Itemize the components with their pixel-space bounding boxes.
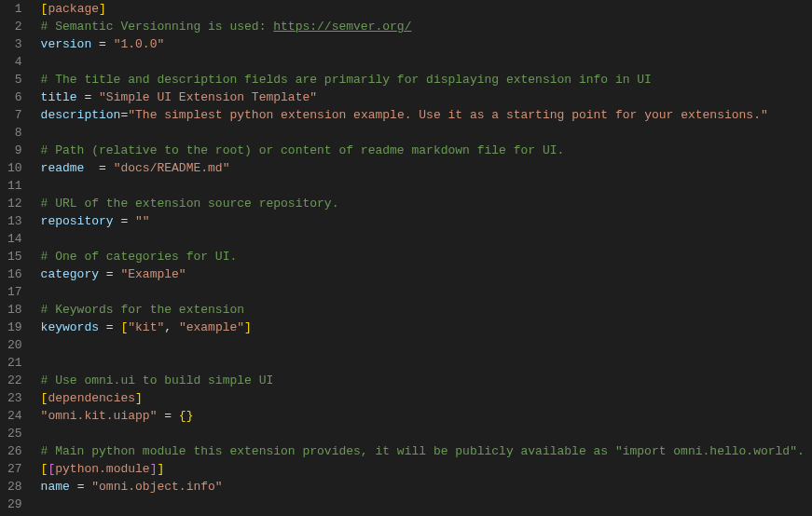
token-op: = xyxy=(157,409,178,423)
code-line[interactable]: description="The simplest python extensi… xyxy=(41,106,812,124)
code-line[interactable]: "omni.kit.uiapp" = {} xyxy=(41,407,812,425)
token-string: "Simple UI Extension Template" xyxy=(99,90,317,104)
line-number: 12 xyxy=(7,195,22,212)
line-number: 21 xyxy=(7,354,22,372)
code-line[interactable]: # Use omni.ui to build simple UI xyxy=(41,372,812,389)
code-line[interactable] xyxy=(41,177,812,195)
token-comment: # One of categories for UI. xyxy=(41,250,238,264)
token-string: "docs/README.md" xyxy=(114,161,230,175)
line-number: 17 xyxy=(7,283,22,301)
token-key: keywords xyxy=(41,320,99,334)
token-string: "omni.kit.uiapp" xyxy=(41,409,158,423)
token-key: version xyxy=(41,37,92,51)
line-number: 8 xyxy=(7,124,22,142)
code-line[interactable]: repository = "" xyxy=(41,212,812,230)
line-number: 7 xyxy=(7,106,22,124)
code-line[interactable]: [package] xyxy=(41,0,812,18)
token-key: category xyxy=(41,267,99,281)
code-line[interactable]: title = "Simple UI Extension Template" xyxy=(41,88,812,106)
token-string: "omni.object.info" xyxy=(91,480,222,494)
line-number: 22 xyxy=(7,372,22,389)
code-line[interactable]: [dependencies] xyxy=(41,389,812,407)
code-line[interactable]: name = "omni.object.info" xyxy=(41,478,812,496)
token-op: = xyxy=(91,37,113,51)
line-number: 25 xyxy=(7,425,22,442)
line-number: 15 xyxy=(7,248,22,265)
line-number: 4 xyxy=(7,53,22,71)
token-section: dependencies xyxy=(48,391,135,405)
code-line[interactable]: # One of categories for UI. xyxy=(41,248,812,265)
code-line[interactable] xyxy=(41,53,812,71)
token-key: repository xyxy=(41,214,114,228)
token-comment: # Main python module this extension prov… xyxy=(41,444,805,458)
code-line[interactable]: category = "Example" xyxy=(41,265,812,283)
token-bracket-y: ] xyxy=(135,391,143,405)
code-line[interactable]: # Main python module this extension prov… xyxy=(41,442,812,460)
line-number: 27 xyxy=(7,460,22,478)
token-comment: # Keywords for the extension xyxy=(41,303,244,317)
line-number: 28 xyxy=(7,478,22,496)
code-editor[interactable]: 1234567891011121314151617181920212223242… xyxy=(0,0,812,516)
code-line[interactable] xyxy=(41,230,812,248)
code-line[interactable] xyxy=(41,336,812,354)
token-op: , xyxy=(164,320,179,334)
token-comment: # URL of the extension source repository… xyxy=(41,197,339,210)
line-number-gutter: 1234567891011121314151617181920212223242… xyxy=(0,0,34,516)
line-number: 5 xyxy=(7,71,22,88)
code-line[interactable]: version = "1.0.0" xyxy=(41,35,812,53)
token-comment: # Path (relative to the root) or content… xyxy=(41,143,565,157)
token-string: "1.0.0" xyxy=(114,37,165,51)
line-number: 13 xyxy=(7,212,22,230)
line-number: 26 xyxy=(7,442,22,460)
code-line[interactable]: # URL of the extension source repository… xyxy=(41,195,812,212)
code-line[interactable] xyxy=(41,425,812,442)
line-number: 2 xyxy=(7,18,22,35)
token-key: description xyxy=(41,108,121,122)
token-key: title xyxy=(41,90,77,104)
token-string: "The simplest python extension example. … xyxy=(128,108,768,122)
line-number: 23 xyxy=(7,389,22,407)
code-line[interactable]: # Path (relative to the root) or content… xyxy=(41,142,812,159)
code-line[interactable]: # Semantic Versionning is used: https://… xyxy=(41,18,812,35)
code-line[interactable]: # The title and description fields are p… xyxy=(41,71,812,88)
token-bracket-y: { xyxy=(179,409,186,423)
token-string: "kit" xyxy=(128,320,164,334)
token-string: "example" xyxy=(179,320,244,334)
token-string: "Example" xyxy=(120,267,186,281)
token-op: = xyxy=(99,320,120,334)
code-line[interactable] xyxy=(41,283,812,301)
line-number: 3 xyxy=(7,35,22,53)
code-line[interactable]: readme = "docs/README.md" xyxy=(41,159,812,177)
code-line[interactable]: # Keywords for the extension xyxy=(41,301,812,319)
token-bracket-y: ] xyxy=(99,2,106,16)
line-number: 14 xyxy=(7,230,22,248)
token-op: = xyxy=(77,90,99,104)
token-op: = xyxy=(84,161,113,175)
line-number: 6 xyxy=(7,88,22,106)
token-bracket-y: ] xyxy=(157,462,164,476)
token-link: https://semver.org/ xyxy=(273,20,411,34)
code-line[interactable] xyxy=(41,124,812,142)
token-section: python.module xyxy=(55,462,149,476)
code-content[interactable]: [package]# Semantic Versionning is used:… xyxy=(34,0,812,516)
token-key: readme xyxy=(41,161,85,175)
line-number: 18 xyxy=(7,301,22,319)
line-number: 20 xyxy=(7,336,22,354)
token-comment: # Use omni.ui to build simple UI xyxy=(41,373,274,387)
token-string: "" xyxy=(135,214,150,228)
token-key: name xyxy=(41,480,70,494)
line-number: 24 xyxy=(7,407,22,425)
token-section: package xyxy=(48,2,99,16)
code-line[interactable]: [[python.module]] xyxy=(41,460,812,478)
code-line[interactable] xyxy=(41,496,812,513)
token-op: = xyxy=(114,214,135,228)
code-line[interactable]: keywords = ["kit", "example"] xyxy=(41,319,812,336)
line-number: 9 xyxy=(7,142,22,159)
token-op: = xyxy=(99,267,120,281)
line-number: 11 xyxy=(7,177,22,195)
code-line[interactable] xyxy=(41,354,812,372)
token-comment: # The title and description fields are p… xyxy=(41,73,652,87)
line-number: 16 xyxy=(7,265,22,283)
line-number: 29 xyxy=(7,496,22,513)
token-comment: # Semantic Versionning is used: xyxy=(41,20,274,34)
